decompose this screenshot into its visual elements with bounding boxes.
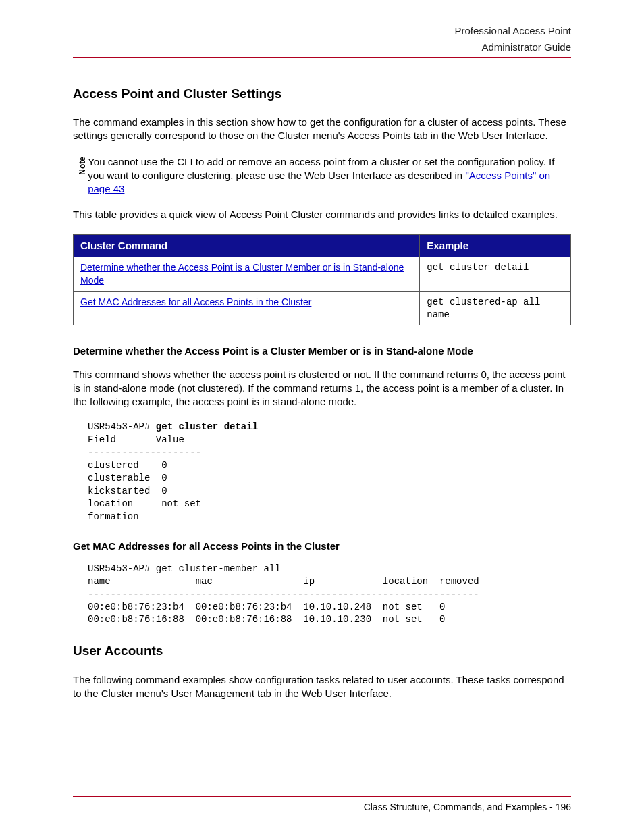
prompt: USR5453-AP# (88, 421, 156, 432)
page-footer: Class Structure, Commands, and Examples … (73, 796, 571, 814)
footer-rule (73, 796, 571, 797)
example-cell: get cluster detail (420, 257, 571, 291)
note-text: You cannot use the CLI to add or remove … (88, 155, 571, 197)
subsection-title-determine: Determine whether the Access Point is a … (73, 344, 571, 358)
section-title-cluster: Access Point and Cluster Settings (73, 85, 571, 103)
section-title-user-accounts: User Accounts (73, 642, 571, 660)
terminal-output-2: USR5453-AP# get cluster-member all name … (88, 563, 571, 626)
table-row: Determine whether the Access Point is a … (74, 257, 571, 291)
section2-intro: The following command examples show conf… (73, 673, 571, 701)
subsection-title-mac: Get MAC Addresses for all Access Points … (73, 540, 571, 553)
terminal-output-1: USR5453-AP# get cluster detail Field Val… (88, 421, 571, 523)
link-determine-cluster-member[interactable]: Determine whether the Access Point is a … (80, 262, 404, 286)
output: Field Value -------------------- cluster… (88, 434, 201, 521)
subsection-desc: This command shows whether the access po… (73, 368, 571, 409)
cluster-command-table: Cluster Command Example Determine whethe… (73, 234, 571, 326)
note-block: Note You cannot use the CLI to add or re… (73, 155, 571, 197)
table-row: Get MAC Addresses for all Access Points … (74, 291, 571, 325)
doc-header-line2: Administrator Guide (73, 41, 571, 54)
example-cell: get clustered-ap all name (420, 291, 571, 325)
command: get cluster detail (156, 421, 258, 432)
link-get-mac-addresses[interactable]: Get MAC Addresses for all Access Points … (80, 296, 311, 307)
table-intro: This table provides a quick view of Acce… (73, 208, 571, 221)
note-label: Note (73, 157, 88, 175)
footer-text: Class Structure, Commands, and Examples … (73, 801, 571, 814)
th-example: Example (420, 234, 571, 257)
header-rule (73, 57, 571, 58)
doc-header-line1: Professional Access Point (73, 24, 571, 38)
th-cluster-command: Cluster Command (74, 234, 420, 257)
section-intro: The command examples in this section sho… (73, 115, 571, 143)
